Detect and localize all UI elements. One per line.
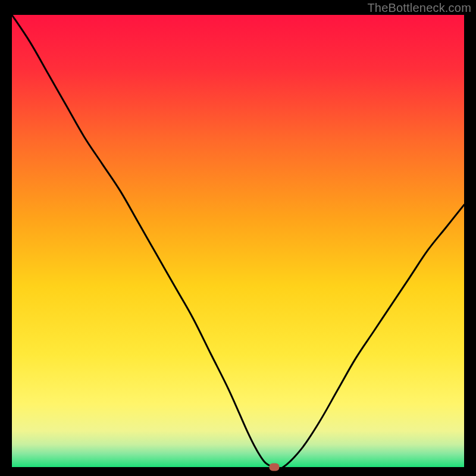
sweet-spot-marker	[269, 464, 279, 471]
bottleneck-curve	[12, 15, 464, 467]
watermark-text: TheBottleneck.com	[367, 1, 471, 15]
plot-area	[12, 15, 464, 467]
chart-frame: TheBottleneck.com	[0, 0, 476, 476]
